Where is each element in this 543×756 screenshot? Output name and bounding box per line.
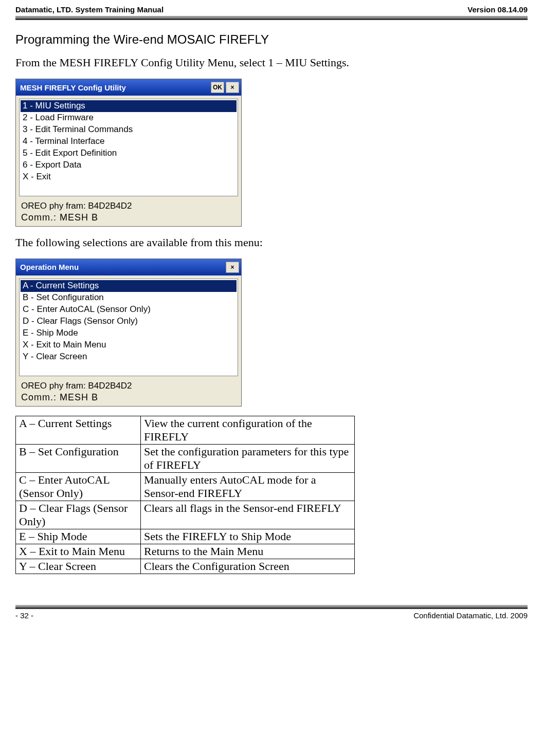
close-button[interactable]: × [226, 262, 239, 273]
option-cell: B – Set Configuration [16, 444, 141, 472]
list-item[interactable]: D - Clear Flags (Sensor Only) [21, 316, 237, 327]
mid-text: The following selections are available f… [15, 236, 528, 249]
status-line-1: OREO phy fram: B4D2B4D2 [16, 379, 241, 392]
description-cell: Sets the FIREFLY to Ship Mode [141, 529, 355, 544]
list-item[interactable]: X - Exit to Main Menu [21, 339, 237, 351]
option-cell: X – Exit to Main Menu [16, 544, 141, 559]
list-item[interactable]: B - Set Configuration [21, 292, 237, 304]
mesh-config-window: MESH FIREFLY Config Utility OK × 1 - MIU… [15, 79, 242, 227]
list-item[interactable]: E - Ship Mode [21, 327, 237, 339]
mesh-config-list[interactable]: 1 - MIU Settings 2 - Load Firmware 3 - E… [19, 99, 238, 196]
list-item[interactable]: 5 - Edit Export Definition [21, 147, 237, 159]
option-cell: A – Current Settings [16, 416, 141, 444]
option-cell: D – Clear Flags (Sensor Only) [16, 501, 141, 529]
mesh-config-titlebar: MESH FIREFLY Config Utility OK × [16, 79, 241, 96]
operation-menu-list[interactable]: A - Current Settings B - Set Configurati… [19, 279, 238, 376]
page-footer: - 32 - Confidential Datamatic, Ltd. 2009 [15, 605, 528, 620]
list-item[interactable]: 3 - Edit Terminal Commands [21, 124, 237, 136]
option-cell: E – Ship Mode [16, 529, 141, 544]
description-cell: Returns to the Main Menu [141, 544, 355, 559]
status-line-2: Comm.: MESH B [16, 212, 241, 226]
description-cell: Clears the Configuration Screen [141, 559, 355, 574]
table-row: A – Current Settings View the current co… [16, 416, 355, 444]
description-cell: Clears all flags in the Sensor-end FIREF… [141, 501, 355, 529]
option-cell: Y – Clear Screen [16, 559, 141, 574]
table-row: B – Set Configuration Set the configurat… [16, 444, 355, 472]
footer-confidential: Confidential Datamatic, Ltd. 2009 [413, 611, 528, 620]
list-item[interactable]: A - Current Settings [21, 280, 237, 292]
table-row: E – Ship Mode Sets the FIREFLY to Ship M… [16, 529, 355, 544]
table-row: D – Clear Flags (Sensor Only) Clears all… [16, 501, 355, 529]
list-item[interactable]: 4 - Terminal Interface [21, 136, 237, 147]
table-row: X – Exit to Main Menu Returns to the Mai… [16, 544, 355, 559]
definitions-table: A – Current Settings View the current co… [15, 416, 355, 574]
header-rule [15, 16, 528, 20]
page-header: Datamatic, LTD. System Training Manual V… [15, 5, 528, 16]
list-item[interactable]: 1 - MIU Settings [21, 100, 237, 112]
list-item[interactable]: 2 - Load Firmware [21, 112, 237, 124]
status-line-2: Comm.: MESH B [16, 392, 241, 406]
header-left: Datamatic, LTD. System Training Manual [15, 5, 164, 14]
description-cell: Manually enters AutoCAL mode for a Senso… [141, 472, 355, 501]
operation-menu-window: Operation Menu × A - Current Settings B … [15, 259, 242, 407]
close-button[interactable]: × [226, 82, 239, 93]
description-cell: View the current configuration of the FI… [141, 416, 355, 444]
status-line-1: OREO phy fram: B4D2B4D2 [16, 199, 241, 212]
mesh-config-title: MESH FIREFLY Config Utility [20, 83, 209, 92]
footer-page-number: - 32 - [15, 611, 33, 620]
intro-text: From the MESH FIREFLY Config Utility Men… [15, 56, 528, 69]
table-row: Y – Clear Screen Clears the Configuratio… [16, 559, 355, 574]
footer-rule [15, 605, 528, 609]
ok-button[interactable]: OK [211, 82, 224, 93]
section-title: Programming the Wire-end MOSAIC FIREFLY [15, 32, 528, 47]
header-right: Version 08.14.09 [467, 5, 528, 14]
operation-menu-title: Operation Menu [20, 263, 224, 271]
list-item[interactable]: X - Exit [21, 171, 237, 183]
list-item[interactable]: C - Enter AutoCAL (Sensor Only) [21, 304, 237, 316]
list-item[interactable]: Y - Clear Screen [21, 351, 237, 363]
table-row: C – Enter AutoCAL (Sensor Only) Manually… [16, 472, 355, 501]
operation-menu-titlebar: Operation Menu × [16, 259, 241, 275]
option-cell: C – Enter AutoCAL (Sensor Only) [16, 472, 141, 501]
description-cell: Set the configuration parameters for thi… [141, 444, 355, 472]
list-item[interactable]: 6 - Export Data [21, 159, 237, 171]
